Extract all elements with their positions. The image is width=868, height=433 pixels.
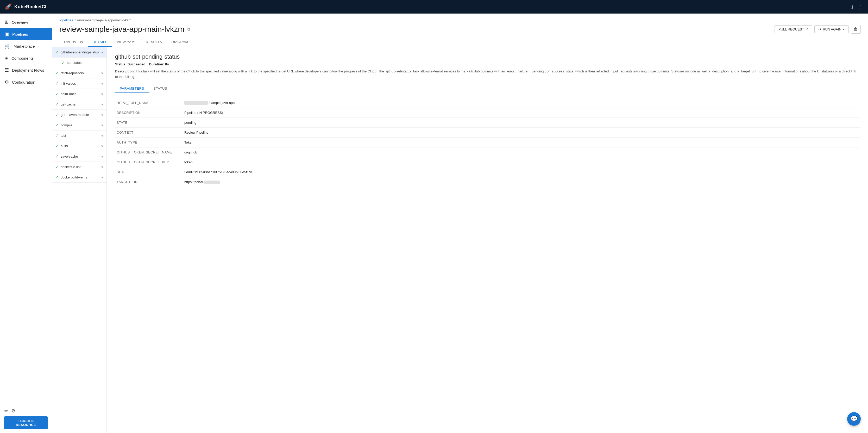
copy-icon[interactable]: ⧉	[187, 27, 190, 32]
step-label: get-maven-module	[61, 113, 99, 117]
pipeline-step-github-set-pending-status[interactable]: ✓ github-set-pending-status ∧	[52, 47, 106, 58]
app-logo: 🚀	[5, 3, 12, 10]
nav-actions: ℹ ⋮	[851, 4, 863, 10]
content-header: Pipelines / review-sample-java-app-main-…	[52, 13, 868, 47]
chevron-down-icon: ∨	[101, 82, 103, 85]
step-check-icon: ✓	[61, 60, 65, 65]
info-icon[interactable]: ℹ	[851, 4, 854, 10]
sidebar-item-marketplace[interactable]: 🛒 Marketplace	[0, 40, 52, 52]
components-icon: ◈	[5, 55, 8, 61]
tab-overview[interactable]: OVERVIEW	[59, 37, 88, 47]
step-label: dockerbuild-verify	[61, 175, 99, 179]
step-check-icon: ✓	[55, 91, 59, 96]
more-options-icon[interactable]: ⋮	[858, 4, 863, 10]
header-actions: PULL REQUEST ↗ ↺ RUN AGAIN ▾ 🗑	[775, 25, 861, 34]
pipeline-step-test[interactable]: ✓ test ∨	[52, 131, 106, 141]
breadcrumb-current: review-sample-java-app-main-lvkzm	[77, 18, 131, 22]
pull-request-icon: ↗	[806, 27, 808, 31]
table-row: GITHUB_TOKEN_SECRET_KEY token	[115, 157, 860, 167]
param-key: STATE	[115, 118, 183, 128]
pipeline-step-get-cache[interactable]: ✓ get-cache ∨	[52, 99, 106, 110]
sidebar-bottom: ✏ ⚙ + CREATE RESOURCE	[0, 404, 52, 433]
detail-panel: github-set-pending-status Status: Succee…	[107, 47, 868, 433]
pipeline-step-dockerfile-lint[interactable]: ✓ dockerfile-lint ∨	[52, 162, 106, 172]
param-key: DESCRIPTION	[115, 108, 183, 118]
chevron-down-icon: ∨	[101, 176, 103, 179]
pipeline-step-fetch-repository[interactable]: ✓ fetch-repository ∨	[52, 68, 106, 79]
pull-request-button[interactable]: PULL REQUEST ↗	[775, 25, 812, 33]
chevron-down-icon: ∨	[101, 165, 103, 169]
app-title: KubeRocketCI	[14, 4, 46, 10]
delete-button[interactable]: 🗑	[851, 25, 861, 34]
param-value: Token	[183, 138, 860, 147]
param-key: GITHUB_TOKEN_SECRET_KEY	[115, 157, 183, 167]
pipeline-step-init-values[interactable]: ✓ init-values ∨	[52, 79, 106, 89]
param-key: CONTEXT	[115, 128, 183, 138]
sidebar-item-label: Configuration	[12, 80, 35, 84]
breadcrumb: Pipelines / review-sample-java-app-main-…	[59, 18, 861, 22]
run-again-label: RUN AGAIN	[823, 27, 841, 31]
step-check-icon: ✓	[55, 81, 59, 86]
settings-icon[interactable]: ⚙	[11, 408, 16, 414]
tab-results[interactable]: RESULTS	[141, 37, 167, 47]
chevron-down-icon: ∨	[101, 144, 103, 148]
edit-icon[interactable]: ✏	[4, 408, 8, 414]
step-check-icon: ✓	[55, 164, 59, 169]
sidebar-item-label: Overview	[12, 20, 28, 25]
create-resource-button[interactable]: + CREATE RESOURCE	[4, 416, 48, 429]
pipeline-step-compile[interactable]: ✓ compile ∨	[52, 120, 106, 131]
step-check-icon: ✓	[55, 123, 59, 128]
inner-tab-parameters[interactable]: PARAMETERS	[115, 84, 149, 93]
sidebar-bottom-icons: ✏ ⚙	[4, 408, 48, 414]
page-title-row: review-sample-java-app-main-lvkzm ⧉ PULL…	[59, 25, 861, 34]
table-row: DESCRIPTION Pipeline (IN PROGRESS)	[115, 108, 860, 118]
table-row: AUTH_TYPE Token	[115, 138, 860, 147]
step-label: get-cache	[61, 103, 99, 106]
sidebar-item-label: Pipelines	[12, 32, 28, 36]
pipeline-step-save-cache[interactable]: ✓ save-cache ∨	[52, 151, 106, 162]
inner-tabs: PARAMETERS STATUS	[115, 84, 860, 93]
status-value: Succeeded	[128, 62, 146, 66]
step-check-icon: ✓	[55, 50, 59, 55]
description-label: Description:	[115, 69, 135, 73]
chat-fab-button[interactable]: 💬	[847, 412, 861, 426]
breadcrumb-pipelines-link[interactable]: Pipelines	[59, 18, 73, 22]
dropdown-chevron-icon: ▾	[843, 27, 845, 31]
param-value: Review Pipeline	[183, 128, 860, 138]
run-again-button[interactable]: ↺ RUN AGAIN ▾	[814, 25, 849, 33]
pipeline-step-helm-docs[interactable]: ✓ helm-docs ∨	[52, 89, 106, 99]
pipeline-step-get-maven-module[interactable]: ✓ get-maven-module ∨	[52, 110, 106, 120]
tab-details[interactable]: DETAILS	[88, 37, 112, 47]
pipeline-step-build[interactable]: ✓ build ∨	[52, 141, 106, 151]
step-check-icon: ✓	[55, 154, 59, 159]
sidebar-item-components[interactable]: ◈ Components	[0, 52, 52, 64]
sidebar-item-deployment-flows[interactable]: ☰ Deployment Flows	[0, 64, 52, 76]
step-label: init-values	[61, 82, 99, 85]
table-row: STATE pending	[115, 118, 860, 128]
step-check-icon: ✓	[55, 175, 59, 180]
tab-diagram[interactable]: DIAGRAM	[167, 37, 193, 47]
param-value: ci-github	[183, 147, 860, 157]
param-key: GITHUB_TOKEN_SECRET_NAME	[115, 147, 183, 157]
redacted-value	[204, 180, 220, 184]
inner-tab-status[interactable]: STATUS	[149, 84, 172, 93]
pipeline-step-set-status[interactable]: ✓ set-status	[52, 58, 106, 68]
sidebar-item-overview[interactable]: ⊞ Overview	[0, 16, 52, 28]
breadcrumb-separator: /	[75, 18, 76, 22]
step-label: test	[61, 134, 99, 138]
pipeline-step-dockerbuild-verify[interactable]: ✓ dockerbuild-verify ∨	[52, 172, 106, 183]
sidebar-item-pipelines[interactable]: ▣ Pipelines	[0, 28, 52, 40]
overview-icon: ⊞	[5, 19, 8, 25]
main-content: Pipelines / review-sample-java-app-main-…	[52, 13, 868, 433]
table-row: CONTEXT Review Pipeline	[115, 128, 860, 138]
table-row: GITHUB_TOKEN_SECRET_NAME ci-github	[115, 147, 860, 157]
tab-view-yaml[interactable]: VIEW YAML	[112, 37, 142, 47]
param-value: https://portal-	[183, 177, 860, 187]
sidebar-item-configuration[interactable]: ⚙ Configuration	[0, 76, 52, 88]
status-label: Status:	[115, 62, 127, 66]
configuration-icon: ⚙	[5, 79, 9, 85]
param-key: AUTH_TYPE	[115, 138, 183, 147]
chevron-down-icon: ∨	[101, 123, 103, 127]
sidebar-item-label: Components	[11, 56, 34, 60]
pull-request-label: PULL REQUEST	[778, 27, 804, 31]
